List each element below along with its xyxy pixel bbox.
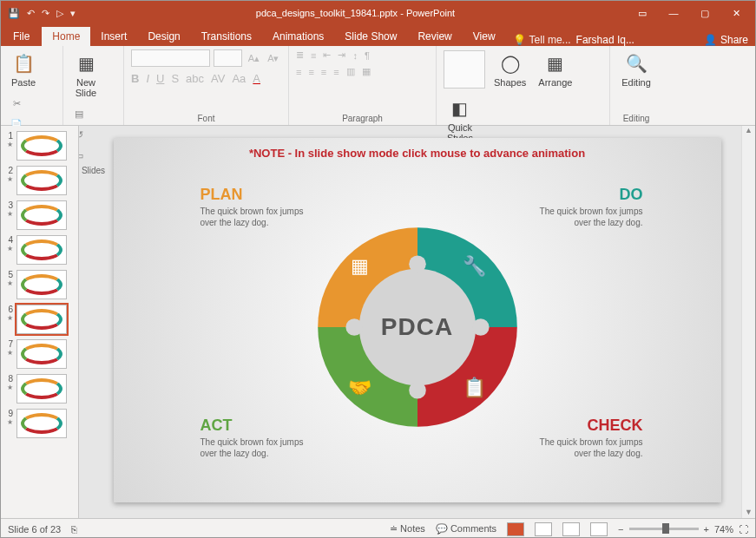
user-name[interactable]: Farshad Iq... — [576, 34, 634, 46]
slide-thumbnail-7[interactable]: 7★ — [4, 339, 75, 369]
slide-thumbnail-3[interactable]: 3★ — [4, 200, 75, 230]
decrease-indent-icon[interactable]: ⇤ — [323, 49, 331, 61]
normal-view-icon[interactable] — [507, 522, 524, 536]
paste-label: Paste — [11, 77, 36, 88]
checklist-icon: 📋 — [461, 374, 489, 402]
smartart-icon[interactable]: ▦ — [362, 66, 371, 77]
tab-transitions[interactable]: Transitions — [191, 27, 262, 46]
new-slide-button[interactable]: ▦ New Slide — [70, 49, 102, 100]
numbering-icon[interactable]: ≡ — [311, 50, 316, 61]
qat-more-icon[interactable]: ▾ — [70, 8, 76, 19]
slide-thumbnail-6[interactable]: 6★ — [4, 305, 75, 334]
zoom-in-icon[interactable]: + — [704, 524, 709, 535]
slide-canvas[interactable]: *NOTE - In slide show mode click mouse t… — [114, 138, 721, 502]
tab-file[interactable]: File — [1, 27, 42, 46]
bold-button[interactable]: B — [131, 72, 139, 85]
shapes-button[interactable]: ◯ Shapes — [490, 49, 529, 89]
arrange-label: Arrange — [538, 77, 572, 88]
reading-view-icon[interactable] — [562, 522, 580, 536]
vertical-scrollbar[interactable]: ▲ ▼ — [741, 126, 755, 518]
minimize-icon[interactable]: — — [660, 8, 687, 19]
align-center-icon[interactable]: ≡ — [308, 67, 313, 77]
check-body: The quick brown fox jumps over the lazy … — [539, 436, 643, 459]
font-family-select[interactable] — [131, 49, 210, 67]
comments-button[interactable]: 💬 Comments — [436, 523, 496, 535]
bullets-icon[interactable]: ≣ — [296, 49, 304, 61]
do-body: The quick brown fox jumps over the lazy … — [539, 206, 643, 228]
slideshow-view-icon[interactable] — [590, 522, 608, 536]
character-spacing-button[interactable]: AV — [211, 72, 225, 85]
shapes-gallery[interactable] — [444, 50, 485, 89]
do-title: DO — [539, 186, 643, 204]
increase-indent-icon[interactable]: ⇥ — [338, 49, 345, 61]
scroll-up-icon[interactable]: ▲ — [742, 126, 755, 134]
notes-button[interactable]: ≐ Notes — [390, 523, 425, 535]
new-slide-label: New Slide — [76, 77, 96, 98]
spellcheck-icon[interactable]: ⎘ — [71, 524, 77, 535]
ribbon-display-icon[interactable]: ▭ — [628, 8, 656, 19]
slide-thumbnails-panel[interactable]: 1★2★3★4★5★6★7★8★9★ — [1, 126, 79, 518]
line-spacing-icon[interactable]: ↕ — [352, 50, 358, 61]
underline-button[interactable]: U — [156, 72, 164, 85]
tab-animations[interactable]: Animations — [262, 27, 334, 46]
font-size-select[interactable] — [214, 49, 242, 67]
pdca-ring-diagram[interactable]: PDCA ▦ 🔧 📋 🤝 — [296, 206, 539, 449]
tab-review[interactable]: Review — [407, 27, 462, 46]
justify-icon[interactable]: ≡ — [333, 67, 339, 77]
act-title: ACT — [201, 417, 305, 435]
slide-thumbnail-5[interactable]: 5★ — [4, 270, 75, 299]
slide-counter[interactable]: Slide 6 of 23 — [8, 524, 61, 535]
slide-thumbnail-2[interactable]: 2★ — [4, 166, 75, 195]
columns-icon[interactable]: ▥ — [346, 66, 355, 77]
align-right-icon[interactable]: ≡ — [321, 67, 326, 77]
close-icon[interactable]: ✕ — [722, 8, 750, 19]
ring-center-label: PDCA — [381, 313, 453, 341]
strikethrough-button[interactable]: S — [171, 72, 179, 85]
share-button[interactable]: 👤 Share — [704, 34, 748, 46]
shadow-button[interactable]: abc — [186, 72, 204, 85]
undo-icon[interactable]: ↶ — [27, 8, 35, 19]
svg-point-3 — [472, 319, 490, 337]
align-left-icon[interactable]: ≡ — [296, 67, 301, 77]
change-case-button[interactable]: Aa — [232, 72, 246, 85]
slide-sorter-view-icon[interactable] — [535, 522, 552, 536]
plan-title: PLAN — [201, 186, 305, 204]
scroll-down-icon[interactable]: ▼ — [742, 508, 755, 516]
layout-icon[interactable]: ▤ — [70, 105, 88, 122]
save-icon[interactable]: 💾 — [8, 8, 20, 19]
tab-design[interactable]: Design — [137, 27, 190, 46]
check-title: CHECK — [539, 417, 643, 435]
tab-view[interactable]: View — [463, 27, 506, 46]
cut-icon[interactable]: ✂ — [8, 95, 25, 112]
decrease-font-icon[interactable]: A▾ — [266, 49, 281, 67]
act-body: The quick brown fox jumps over the lazy … — [201, 436, 305, 459]
arrange-button[interactable]: ▦ Arrange — [535, 49, 575, 89]
slide-thumbnail-9[interactable]: 9★ — [4, 409, 75, 438]
zoom-slider[interactable] — [629, 528, 699, 530]
paste-button[interactable]: 📋 Paste — [8, 49, 39, 89]
workspace: 1★2★3★4★5★6★7★8★9★ *NOTE - In slide show… — [1, 126, 755, 518]
slide-thumbnail-4[interactable]: 4★ — [4, 235, 75, 265]
text-direction-icon[interactable]: ¶ — [365, 50, 370, 61]
fit-to-window-icon[interactable]: ⛶ — [739, 524, 748, 535]
slide-thumbnail-1[interactable]: 1★ — [4, 131, 75, 161]
editing-button[interactable]: 🔍 Editing — [617, 49, 655, 89]
font-color-button[interactable]: A — [253, 72, 260, 85]
zoom-percent[interactable]: 74% — [714, 524, 733, 535]
tab-slideshow[interactable]: Slide Show — [334, 27, 407, 46]
redo-icon[interactable]: ↷ — [42, 8, 49, 19]
italic-button[interactable]: I — [146, 72, 149, 85]
tell-me-search[interactable]: 💡 Tell me... — [513, 34, 571, 46]
increase-font-icon[interactable]: A▴ — [246, 49, 261, 67]
slide-thumbnail-8[interactable]: 8★ — [4, 374, 75, 404]
maximize-icon[interactable]: ▢ — [691, 8, 719, 19]
zoom-control[interactable]: − + 74% ⛶ — [618, 524, 748, 535]
status-bar: Slide 6 of 23 ⎘ ≐ Notes 💬 Comments − + 7… — [1, 518, 755, 538]
start-from-beginning-icon[interactable]: ▷ — [56, 8, 63, 19]
slide-editor[interactable]: *NOTE - In slide show mode click mouse t… — [79, 126, 755, 518]
zoom-out-icon[interactable]: − — [618, 524, 623, 535]
wrench-icon: 🔧 — [461, 253, 489, 280]
tab-home[interactable]: Home — [42, 27, 90, 46]
tab-insert[interactable]: Insert — [90, 27, 137, 46]
share-icon: 👤 — [704, 34, 717, 46]
